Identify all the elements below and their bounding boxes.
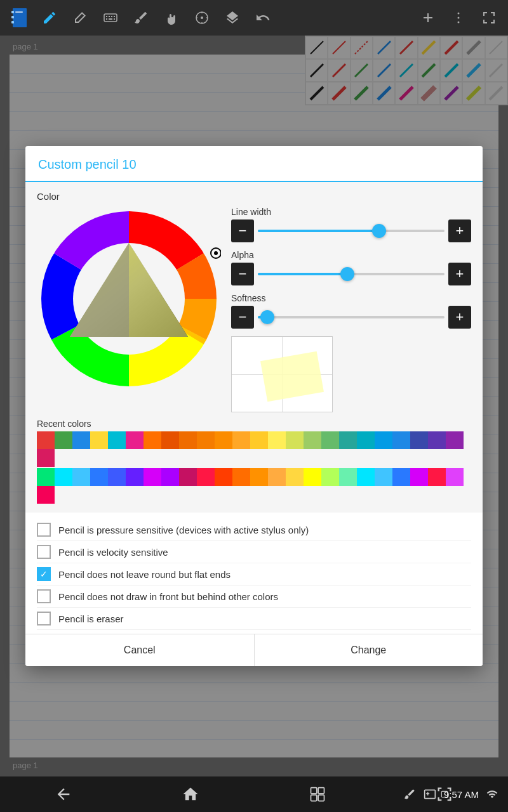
color-swatch[interactable] [250, 431, 268, 449]
color-swatch[interactable] [446, 468, 464, 486]
checkbox-label-eraser: Pencil is eraser [58, 613, 124, 624]
color-swatch[interactable] [144, 468, 161, 486]
color-swatch[interactable] [37, 468, 55, 486]
color-swatch[interactable] [232, 431, 250, 449]
softness-decrease-button[interactable]: − [231, 306, 254, 329]
color-swatch[interactable] [375, 431, 392, 449]
home-nav-icon[interactable] [175, 778, 206, 810]
color-swatch[interactable] [232, 468, 250, 486]
more-icon[interactable] [444, 4, 472, 32]
change-button[interactable]: Change [255, 634, 483, 666]
alpha-track[interactable] [258, 273, 444, 275]
checkbox-velocity[interactable] [37, 545, 51, 559]
softness-thumb[interactable] [260, 310, 274, 324]
color-swatch[interactable] [392, 468, 410, 486]
color-swatch[interactable] [72, 468, 90, 486]
add-icon[interactable] [414, 4, 442, 32]
marker-icon[interactable] [127, 4, 155, 32]
undo-icon[interactable] [249, 4, 277, 32]
color-swatch[interactable] [339, 431, 357, 449]
color-swatch[interactable] [304, 431, 321, 449]
color-swatch[interactable] [375, 468, 392, 486]
color-swatch[interactable] [37, 449, 55, 467]
line-width-decrease-button[interactable]: − [231, 219, 254, 242]
color-swatch[interactable] [215, 431, 232, 449]
hand-icon[interactable] [157, 4, 185, 32]
color-swatch[interactable] [90, 468, 108, 486]
svg-rect-2 [11, 16, 14, 18]
color-swatch[interactable] [161, 431, 179, 449]
line-width-increase-button[interactable]: + [448, 219, 471, 242]
color-swatch[interactable] [321, 468, 339, 486]
color-swatch[interactable] [144, 431, 161, 449]
checkbox-row-behind[interactable]: Pencil does not draw in front but behind… [37, 586, 471, 608]
color-swatch[interactable] [357, 468, 375, 486]
color-swatch[interactable] [161, 468, 179, 486]
fullscreen-icon[interactable] [475, 4, 503, 32]
color-swatch[interactable] [215, 468, 232, 486]
alpha-thumb[interactable] [340, 267, 354, 281]
checkbox-behind[interactable] [37, 589, 51, 603]
color-swatch[interactable] [446, 431, 464, 449]
checkbox-row-pressure[interactable]: Pencil is pressure sensitive (devices wi… [37, 519, 471, 541]
softness-track[interactable] [258, 316, 444, 318]
color-swatch[interactable] [126, 431, 144, 449]
color-swatch[interactable] [410, 431, 428, 449]
color-section-title: Color [37, 191, 471, 202]
color-swatch[interactable] [268, 468, 286, 486]
checkbox-row-flatends[interactable]: Pencil does not leave round but flat end… [37, 563, 471, 586]
checkbox-eraser[interactable] [37, 612, 51, 625]
notebook-icon[interactable] [5, 4, 33, 32]
color-swatch[interactable] [321, 431, 339, 449]
color-swatch[interactable] [304, 468, 321, 486]
cancel-button[interactable]: Cancel [25, 634, 255, 666]
color-swatch[interactable] [197, 468, 215, 486]
color-swatch[interactable] [179, 431, 197, 449]
stylus-icon [403, 788, 416, 801]
keyboard-icon[interactable] [97, 4, 124, 32]
line-width-thumb[interactable] [372, 224, 386, 238]
color-swatch[interactable] [55, 431, 72, 449]
svg-rect-0 [13, 8, 27, 27]
line-width-track[interactable] [258, 230, 444, 232]
color-swatch[interactable] [108, 431, 126, 449]
checkbox-flatends[interactable] [37, 567, 51, 581]
checkbox-row-velocity[interactable]: Pencil is velocity sensitive [37, 541, 471, 563]
recent-colors-row1 [37, 431, 471, 467]
svg-rect-9 [114, 16, 115, 17]
recents-nav-icon[interactable] [302, 778, 333, 810]
color-swatch[interactable] [55, 468, 72, 486]
color-swatch[interactable] [339, 468, 357, 486]
back-nav-icon[interactable] [48, 778, 79, 810]
color-swatch[interactable] [410, 468, 428, 486]
color-swatch[interactable] [286, 431, 304, 449]
eraser-icon[interactable] [66, 4, 94, 32]
compass-icon[interactable] [188, 4, 216, 32]
color-swatch[interactable] [286, 468, 304, 486]
color-swatch[interactable] [428, 431, 446, 449]
layers-icon[interactable] [218, 4, 246, 32]
color-swatch[interactable] [37, 486, 55, 504]
wifi-icon [486, 789, 498, 800]
color-swatch[interactable] [179, 468, 197, 486]
color-swatch[interactable] [108, 468, 126, 486]
color-swatch[interactable] [197, 431, 215, 449]
color-swatch[interactable] [126, 468, 144, 486]
alpha-decrease-button[interactable]: − [231, 263, 254, 285]
color-swatch[interactable] [72, 431, 90, 449]
svg-rect-8 [111, 16, 112, 17]
color-wheel-container[interactable] [37, 207, 221, 391]
checkbox-row-eraser[interactable]: Pencil is eraser [37, 608, 471, 630]
color-swatch[interactable] [392, 431, 410, 449]
softness-increase-button[interactable]: + [448, 306, 471, 329]
pencil-icon[interactable] [36, 4, 64, 32]
alpha-increase-button[interactable]: + [448, 263, 471, 285]
checkbox-pressure[interactable] [37, 523, 51, 537]
color-swatch[interactable] [37, 431, 55, 449]
color-swatch[interactable] [250, 468, 268, 486]
color-swatch[interactable] [357, 431, 375, 449]
color-swatch[interactable] [428, 468, 446, 486]
svg-point-16 [458, 17, 460, 19]
color-swatch[interactable] [90, 431, 108, 449]
color-swatch[interactable] [268, 431, 286, 449]
